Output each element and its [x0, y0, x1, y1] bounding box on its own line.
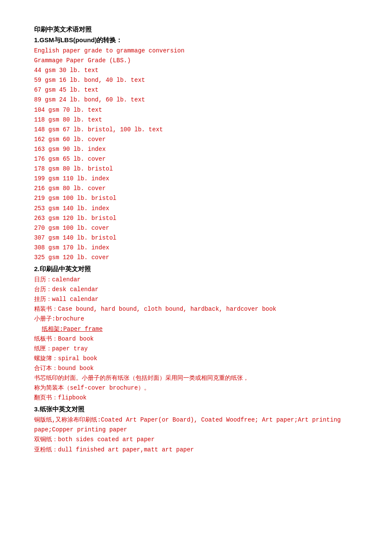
gsm-line: 148 gsm 67 lb. bristol, 100 lb. text [34, 125, 358, 135]
section2-list: 日历：calendar台历：desk calendar挂历：wall calen… [34, 275, 358, 403]
section2-line: 翻页书：flipbook [34, 393, 358, 403]
section2-line: 纸匣：paper tray [34, 344, 358, 354]
gsm-line: 163 gsm 90 lb. index [34, 145, 358, 154]
gsm-line: 67 gsm 45 lb. text [34, 85, 358, 95]
section2-line: 小册子:brochure [34, 314, 358, 324]
main-title: 印刷中英文术语对照 [34, 26, 358, 34]
section2-line: 精装书：Case bound, hard bound, cloth bound,… [34, 304, 358, 314]
gsm-line: 162 gsm 60 lb. cover [34, 135, 358, 145]
section2-header: 2.印刷品中英文对照 [34, 265, 358, 273]
section3-list: 铜版纸,又称涂布印刷纸:Coated Art Paper(or Board), … [34, 415, 358, 454]
gsm-line: 219 gsm 100 lb. bristol [34, 194, 358, 203]
gsm-line: 89 gsm 24 lb. bond, 60 lb. text [34, 95, 358, 105]
page-content: 印刷中英文术语对照 1.GSM与LBS(pound)的转换： English p… [34, 26, 358, 455]
section2-line: 挂历：wall calendar [34, 295, 358, 304]
gsm-line: 176 gsm 65 lb. cover [34, 154, 358, 164]
gsm-line: 263 gsm 120 lb. bristol [34, 214, 358, 223]
section2-line: 纸相架:Paper frame [42, 324, 358, 334]
gsm-line: 307 gsm 140 lb. bristol [34, 233, 358, 243]
gsm-line: 270 gsm 100 lb. cover [34, 223, 358, 233]
gsm-line: 104 gsm 70 lb. text [34, 105, 358, 115]
section1-sub2: Grammage Paper Grade (LBS.) [34, 56, 358, 66]
gsm-line: 253 gsm 140 lb. index [34, 204, 358, 214]
section3-line: 铜版纸,又称涂布印刷纸:Coated Art Paper(or Board), … [34, 415, 358, 435]
gsm-line: 44 gsm 30 lb. text [34, 66, 358, 75]
section2-line: 纸板书：Board book [34, 334, 358, 344]
section1-header: 1.GSM与LBS(pound)的转换： [34, 36, 358, 44]
section2-line: 日历：calendar [34, 275, 358, 285]
section2-line: 称为简装本（self-cover brochure）。 [34, 383, 358, 393]
section2-line: 合订本：bound book [34, 364, 358, 373]
section2-line: 书芯纸印的封面。小册子的所有纸张（包括封面）采用同一类或相同克重的纸张， [34, 373, 358, 383]
section2-line: 台历：desk calendar [34, 285, 358, 295]
section3-line: 亚粉纸：dull finished art paper,matt art pap… [34, 445, 358, 455]
gsm-line: 59 gsm 16 lb. bond, 40 lb. text [34, 75, 358, 85]
section3-line: 双铜纸：both sides coated art paper [34, 435, 358, 445]
section2-line: 螺旋簿：spiral book [34, 354, 358, 364]
gsm-line: 308 gsm 170 lb. index [34, 243, 358, 253]
gsm-line: 199 gsm 110 lb. index [34, 174, 358, 184]
gsm-line: 216 gsm 80 lb. cover [34, 184, 358, 194]
gsm-line: 178 gsm 80 lb. bristol [34, 164, 358, 174]
gsm-line: 118 gsm 80 lb. text [34, 115, 358, 125]
section1-sub1: English paper grade to grammage conversi… [34, 46, 358, 56]
gsm-list: 44 gsm 30 lb. text59 gsm 16 lb. bond, 40… [34, 66, 358, 263]
gsm-line: 325 gsm 120 lb. cover [34, 253, 358, 263]
section3-header: 3.纸张中英文对照 [34, 405, 358, 413]
